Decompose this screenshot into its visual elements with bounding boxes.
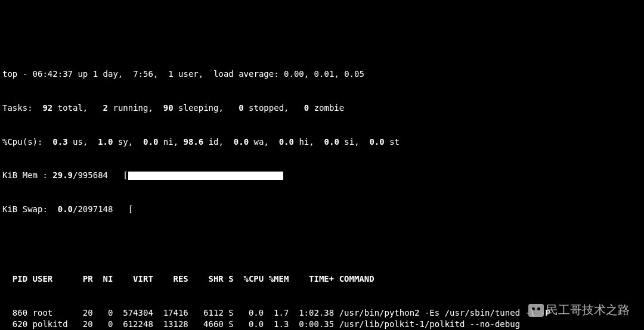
top-line: top - 06:42:37 up 1 day, 7:56, 1 user, l… (2, 69, 642, 80)
column-header-row: PIDUSERPRNIVIRTRESSHRS%CPU%MEMTIME+COMMA… (2, 273, 642, 285)
mem-line: KiB Mem : 29.9/995684 [ (2, 170, 642, 181)
mem-progress-bar (128, 172, 283, 180)
tasks-line: Tasks: 92 total, 2 running, 90 sleeping,… (2, 102, 642, 114)
summary-block: top - 06:42:37 up 1 day, 7:56, 1 user, l… (2, 46, 642, 226)
table-row[interactable]: 620polkitd200612248131284660S0.01.30:00.… (2, 319, 642, 330)
swap-line: KiB Swap: 0.0/2097148 [ (2, 204, 642, 215)
cpu-line: %Cpu(s): 0.3 us, 1.0 sy, 0.0 ni, 98.6 id… (2, 136, 642, 148)
process-table[interactable]: PIDUSERPRNIVIRTRESSHRS%CPU%MEMTIME+COMMA… (2, 251, 642, 330)
table-row[interactable]: 860root200574304174166112S0.01.71:02.38/… (2, 307, 642, 319)
